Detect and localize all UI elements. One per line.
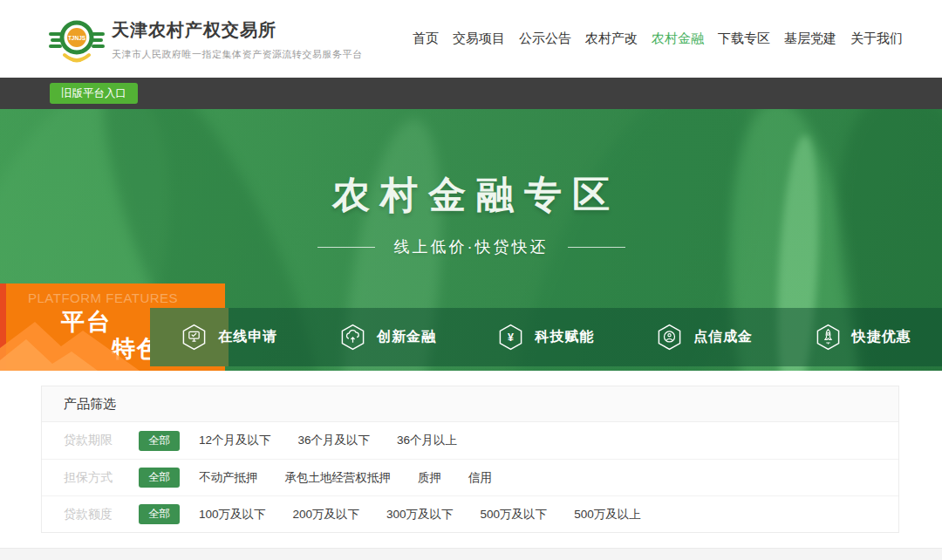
site-subtitle: 天津市人民政府唯一指定集体资产资源流转交易服务平台 [112,48,363,61]
filter-options: 100万及以下200万及以下300万及以下500万及以下500万及以上 [199,507,641,522]
mountain-decoration-icon [0,317,148,371]
filter-options: 不动产抵押承包土地经营权抵押质押信用 [199,470,492,486]
nav-item-rural-reform[interactable]: 农村产改 [585,31,638,47]
filter-option[interactable]: 500万及以上 [574,507,641,522]
tab-credit-to-gold[interactable]: 点信成金 [625,308,784,366]
header: TJNJS 天津农村产权交易所 天津市人民政府唯一指定集体资产资源流转交易服务平… [0,0,942,78]
old-platform-entry-button[interactable]: 旧版平台入口 [50,83,138,104]
filter-row-guarantee-type: 担保方式全部不动产抵押承包土地经营权抵押质押信用 [42,459,898,495]
filter-option[interactable]: 300万及以下 [386,507,454,522]
filter-row-loan-term: 贷款期限全部12个月及以下36个月及以下36个月以上 [42,422,898,459]
topbar: 旧版平台入口 [0,78,942,109]
site-logo[interactable]: TJNJS [49,13,105,67]
filter-option[interactable]: 不动产抵押 [199,470,258,486]
svg-text:TJNJS: TJNJS [68,35,86,41]
site-title: 天津农村产权交易所 [112,18,363,42]
filter-option[interactable]: 200万及以下 [293,507,360,522]
filter-rows: 贷款期限全部12个月及以下36个月及以下36个月以上担保方式全部不动产抵押承包土… [42,422,898,532]
filter-option[interactable]: 100万及以下 [199,507,266,522]
tab-label: 创新金融 [377,328,436,346]
banner-subtitle: 线上低价·快贷快还 [394,236,549,257]
banner-title: 农村金融专区 [0,170,942,221]
filter-option[interactable]: 质押 [418,470,441,486]
tab-label: 点信成金 [693,328,753,346]
filter-all-button[interactable]: 全部 [139,431,180,451]
nav-item-trade-projects[interactable]: 交易项目 [453,31,505,47]
subtitle-line-left [317,247,375,248]
banner-subtitle-row: 线上低价·快贷快还 [0,236,942,257]
filter-card-title: 产品筛选 [42,386,898,422]
filter-option[interactable]: 36个月及以下 [298,433,371,448]
nav-item-about-us[interactable]: 关于我们 [850,31,903,47]
main-nav: 首页交易项目公示公告农村产改农村金融下载专区基层党建关于我们 [413,0,903,78]
filter-all-button[interactable]: 全部 [139,504,180,524]
features-eyebrow: PLATFORM FEATURES [28,290,178,305]
filter-option[interactable]: 承包土地经营权抵押 [285,470,392,486]
brand-block: 天津农村产权交易所 天津市人民政府唯一指定集体资产资源流转交易服务平台 [112,18,363,61]
product-filter-card: 产品筛选 贷款期限全部12个月及以下36个月及以下36个月以上担保方式全部不动产… [41,386,899,533]
nav-item-public-notice[interactable]: 公示公告 [519,31,571,47]
filter-option[interactable]: 信用 [468,470,492,486]
tab-quick-discount[interactable]: 快捷优惠 [783,308,942,366]
logo-emblem-icon: TJNJS [49,13,105,67]
tab-online-apply[interactable]: 在线申请 [150,308,309,366]
cloud-upload-icon [339,324,366,351]
filter-all-button[interactable]: 全部 [139,468,180,488]
tab-innovative-finance[interactable]: 创新金融 [309,308,468,366]
filter-option[interactable]: 500万及以下 [481,507,548,522]
filter-label: 贷款期限 [64,433,139,448]
nav-item-home[interactable]: 首页 [413,31,439,47]
filter-option[interactable]: 36个月以上 [397,433,457,448]
rocket-icon [815,324,842,351]
monitor-check-icon [181,324,208,351]
nav-item-rural-finance[interactable]: 农村金融 [652,31,704,47]
nav-item-party-building[interactable]: 基层党建 [784,31,836,47]
filter-label: 贷款额度 [64,507,139,522]
nav-item-download-zone[interactable]: 下载专区 [718,31,770,47]
feature-tabbar: 在线申请创新金融¥科技赋能点信成金快捷优惠 [150,308,942,366]
filter-label: 担保方式 [64,470,139,486]
page: TJNJS 天津农村产权交易所 天津市人民政府唯一指定集体资产资源流转交易服务平… [0,0,942,560]
tab-label: 科技赋能 [535,328,594,346]
tab-label: 在线申请 [218,328,277,346]
subtitle-line-right [568,247,625,248]
tab-tech-empower[interactable]: ¥科技赋能 [467,308,625,366]
filter-row-loan-amount: 贷款额度全部100万及以下200万及以下300万及以下500万及以下500万及以… [42,495,898,532]
svg-text:¥: ¥ [509,331,515,344]
footer-strip [0,548,942,560]
filter-options: 12个月及以下36个月及以下36个月以上 [199,433,457,448]
yuan-sign-icon: ¥ [497,324,524,351]
tab-label: 快捷优惠 [852,328,911,346]
filter-option[interactable]: 12个月及以下 [199,433,271,448]
coin-person-icon [656,324,683,351]
